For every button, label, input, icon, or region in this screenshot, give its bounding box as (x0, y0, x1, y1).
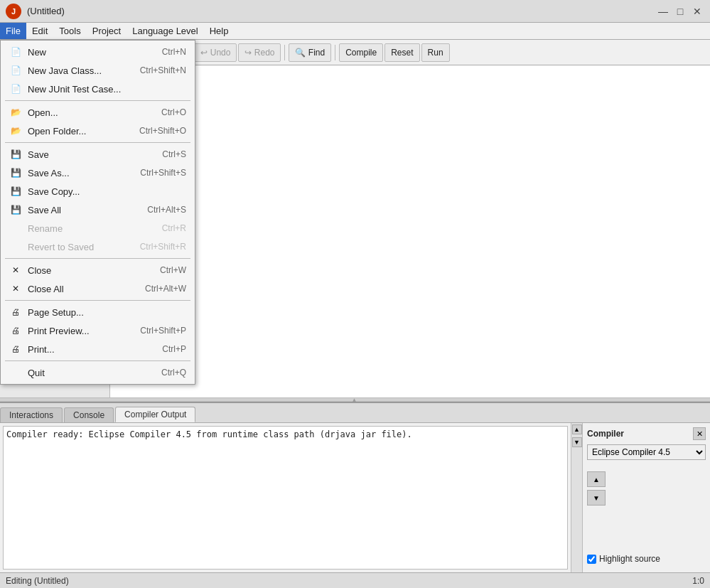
menu-shortcut-close: Ctrl+W (160, 265, 186, 275)
menu-label-quit: Quit (28, 368, 45, 378)
menu-entry-new-java[interactable]: 📄 New Java Class... Ctrl+Shift+N (1, 61, 195, 80)
menu-entry-close-all[interactable]: ✕ Close All Ctrl+Alt+W (1, 279, 195, 298)
menu-label-save: Save (28, 149, 49, 160)
menu-label-new-java: New Java Class... (28, 65, 102, 76)
window-title: (Untitled) (27, 6, 65, 16)
new-java-icon: 📄 (9, 64, 22, 77)
menu-shortcut-quit: Ctrl+Q (161, 368, 186, 378)
find-button[interactable]: 🔍 Find (289, 43, 331, 62)
menu-entry-save-copy[interactable]: 💾 Save Copy... (1, 182, 195, 201)
menu-shortcut-save-all: Ctrl+Alt+S (147, 205, 186, 215)
menu-entry-open-folder[interactable]: 📂 Open Folder... Ctrl+Shift+O (1, 122, 195, 140)
compiler-scroll-up[interactable]: ▲ (587, 471, 606, 487)
file-menu-dropdown: 📄 New Ctrl+N 📄 New Java Class... Ctrl+Sh… (0, 40, 195, 385)
menu-sep-5 (5, 360, 190, 361)
menu-label-new-junit: New JUnit Test Case... (28, 84, 121, 95)
menu-entry-new-junit[interactable]: 📄 New JUnit Test Case... (1, 80, 195, 98)
menu-label-close: Close (28, 265, 51, 276)
minimize-button[interactable]: — (656, 4, 670, 18)
menu-shortcut-print-preview: Ctrl+Shift+P (140, 326, 186, 336)
menu-bar: File Edit Tools Project Language Level H… (0, 23, 710, 40)
menu-entry-print-preview[interactable]: 🖨 Print Preview... Ctrl+Shift+P (1, 321, 195, 340)
menu-label-close-all: Close All (28, 284, 64, 294)
redo-button[interactable]: ↪ Redo (238, 43, 281, 62)
compile-button[interactable]: Compile (339, 43, 383, 62)
run-button[interactable]: Run (421, 43, 450, 62)
menu-shortcut-save: Ctrl+S (162, 149, 186, 159)
rename-icon (9, 222, 22, 235)
menu-entry-new[interactable]: 📄 New Ctrl+N (1, 43, 195, 61)
menu-shortcut-close-all: Ctrl+Alt+W (145, 284, 186, 294)
title-bar: J (Untitled) — □ ✕ (0, 0, 710, 23)
revert-icon (9, 240, 22, 253)
open-folder-icon: 📂 (9, 124, 22, 137)
menu-label-save-all: Save All (28, 205, 61, 215)
menu-file[interactable]: File (0, 23, 26, 39)
menu-shortcut-open: Ctrl+O (161, 107, 186, 117)
compiler-close-button[interactable]: ✕ (693, 427, 706, 440)
tab-compiler-output[interactable]: Compiler Output (115, 407, 195, 422)
cursor-position: 1:0 (692, 576, 704, 586)
status-text: Editing (Untitled) (6, 576, 69, 586)
menu-entry-save[interactable]: 💾 Save Ctrl+S (1, 145, 195, 164)
menu-entry-close[interactable]: ✕ Close Ctrl+W (1, 261, 195, 279)
new-icon: 📄 (9, 46, 22, 58)
compiler-select[interactable]: Eclipse Compiler 4.5 (587, 444, 706, 460)
menu-label-print-preview: Print Preview... (28, 326, 90, 336)
menu-entry-quit[interactable]: Quit Ctrl+Q (1, 363, 195, 382)
menu-sep-3 (5, 258, 190, 259)
menu-entry-open[interactable]: 📂 Open... Ctrl+O (1, 103, 195, 122)
compiler-scroll-down[interactable]: ▼ (587, 490, 606, 506)
save-as-icon: 💾 (9, 166, 22, 179)
tabs-bar: Interactions Console Compiler Output (0, 403, 710, 423)
save-icon: 💾 (9, 148, 22, 161)
quit-icon (9, 366, 22, 379)
menu-entry-save-all[interactable]: 💾 Save All Ctrl+Alt+S (1, 201, 195, 219)
menu-label-new: New (28, 47, 46, 58)
highlight-row: Highlight source (587, 554, 706, 568)
maximize-button[interactable]: □ (673, 4, 687, 18)
compiler-scroll-buttons: ▲ ▼ (587, 471, 706, 506)
undo-button[interactable]: ↩ Undo (194, 43, 237, 62)
menu-sep-4 (5, 300, 190, 301)
menu-label-revert: Revert to Saved (28, 242, 94, 252)
editor-content[interactable] (110, 65, 710, 397)
menu-entry-page-setup[interactable]: 🖨 Page Setup... (1, 303, 195, 321)
menu-label-open: Open... (28, 107, 58, 118)
menu-entry-save-as[interactable]: 💾 Save As... Ctrl+Shift+S (1, 164, 195, 182)
page-setup-icon: 🖨 (9, 306, 22, 319)
compiler-header: Compiler ✕ (587, 427, 706, 440)
compiler-output-text[interactable]: Compiler ready: Eclipse Compiler 4.5 fro… (3, 426, 568, 570)
tab-interactions[interactable]: Interactions (0, 407, 63, 422)
tab-console[interactable]: Console (64, 407, 114, 422)
reset-button[interactable]: Reset (384, 43, 419, 62)
print-preview-icon: 🖨 (9, 324, 22, 337)
close-window-button[interactable]: ✕ (690, 4, 704, 18)
new-junit-icon: 📄 (9, 82, 22, 95)
menu-shortcut-print: Ctrl+P (162, 344, 186, 354)
menu-help[interactable]: Help (204, 23, 235, 39)
menu-entry-rename: Rename Ctrl+R (1, 219, 195, 237)
menu-shortcut-save-as: Ctrl+Shift+S (140, 168, 186, 178)
menu-project[interactable]: Project (87, 23, 127, 39)
close-icon: ✕ (9, 264, 22, 277)
highlight-checkbox[interactable] (587, 555, 596, 564)
menu-shortcut-open-folder: Ctrl+Shift+O (139, 126, 186, 136)
scroll-down-btn[interactable]: ▼ (572, 437, 582, 447)
panel-scrollbar: ▲ ▼ (571, 423, 582, 572)
menu-sep-2 (5, 142, 190, 143)
menu-label-rename: Rename (28, 223, 63, 234)
menu-label-save-as: Save As... (28, 168, 70, 178)
menu-language[interactable]: Language Level (127, 23, 204, 39)
print-icon: 🖨 (9, 343, 22, 356)
save-copy-icon: 💾 (9, 185, 22, 198)
menu-label-print: Print... (28, 344, 55, 355)
compiler-label: Compiler (587, 429, 624, 439)
save-all-icon: 💾 (9, 203, 22, 216)
bottom-panel: Interactions Console Compiler Output Com… (0, 402, 710, 572)
menu-entry-print[interactable]: 🖨 Print... Ctrl+P (1, 340, 195, 358)
menu-edit[interactable]: Edit (26, 23, 53, 39)
menu-tools[interactable]: Tools (53, 23, 86, 39)
open-icon: 📂 (9, 106, 22, 119)
scroll-up-btn[interactable]: ▲ (572, 424, 582, 434)
